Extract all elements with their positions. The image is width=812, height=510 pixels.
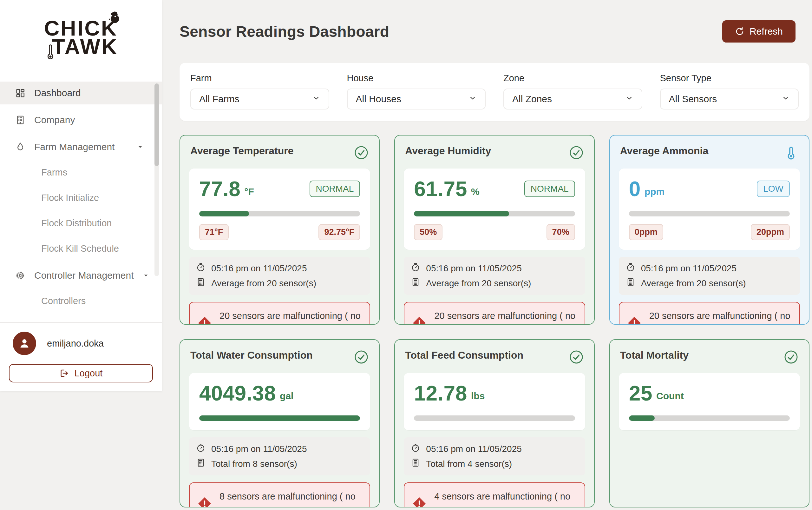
avatar [13, 332, 36, 355]
filter-select-value: All Houses [356, 94, 401, 105]
card-header: Total Mortality [619, 347, 800, 366]
clock-icon [196, 443, 206, 455]
timestamp: 05:16 pm on 11/05/2025 [426, 263, 522, 274]
range-row: 50%70% [414, 224, 575, 240]
card-header: Total Feed Consumption [404, 347, 585, 366]
select-chevron-icon [782, 94, 790, 105]
range-min-badge: 0ppm [629, 224, 663, 240]
house-select[interactable]: All Houses [347, 89, 486, 110]
reading-info-panel: 05:16 pm on 11/05/2025Average from 20 se… [404, 257, 585, 295]
sidebar-item-label: Controller Management [34, 270, 134, 281]
filter-label: Sensor Type [660, 73, 799, 83]
sidebar-item-label: Flock Kill Schedule [41, 244, 119, 254]
logout-button[interactable]: Logout [9, 364, 153, 382]
value-panel: 0ppmLOW0ppm20ppm [619, 169, 800, 250]
warning-diamond-icon [412, 316, 427, 325]
value-row: 25Count [629, 381, 790, 405]
sidebar-item-label: Dashboard [34, 88, 81, 98]
sensor-type-select[interactable]: All Sensors [660, 89, 799, 110]
card-title: Average Ammonia [620, 145, 709, 157]
sidebar-user-block: emiljano.doka Logout [0, 322, 162, 391]
malfunction-warning: 20 sensors are malfunctioning ( no signa… [404, 302, 585, 325]
card-title: Average Temperature [190, 145, 293, 157]
sidebar-item-dashboard[interactable]: Dashboard [0, 82, 162, 105]
sensor-source: Average from 20 sensor(s) [211, 278, 316, 288]
warning-diamond-icon [627, 316, 642, 325]
logout-label: Logout [74, 368, 103, 378]
timestamp: 05:16 pm on 11/05/2025 [211, 263, 307, 274]
value-row: 0ppmLOW [629, 177, 790, 201]
sidebar-item-farms[interactable]: Farms [0, 163, 162, 182]
reading-info-panel: 05:16 pm on 11/05/2025Total from 8 senso… [189, 437, 370, 475]
filter-farm: FarmAll Farms [190, 73, 329, 110]
company-icon [14, 114, 26, 126]
metric-unit: Count [656, 391, 684, 401]
progress-bar [629, 211, 790, 217]
refresh-icon [735, 27, 745, 36]
reading-info-panel: 05:16 pm on 11/05/2025Average from 20 se… [619, 257, 800, 295]
zone-select[interactable]: All Zones [503, 89, 642, 110]
metric-unit: gal [280, 391, 293, 401]
range-max-badge: 20ppm [751, 224, 790, 240]
sidebar-item-company[interactable]: Company [0, 109, 162, 132]
value-panel: 77.8°FNORMAL71°F92.75°F [189, 169, 370, 250]
filter-label: Zone [503, 73, 642, 83]
sensor-source: Total from 4 sensor(s) [426, 459, 512, 469]
thermometer-logo-icon [46, 44, 55, 61]
sidebar-item-farm-management[interactable]: Farm Management [0, 136, 162, 159]
check-circle-icon [569, 145, 584, 162]
sidebar-item-controllers[interactable]: Controllers [0, 291, 162, 311]
timestamp-row: 05:16 pm on 11/05/2025 [626, 262, 793, 274]
chevron-down-icon [137, 143, 144, 151]
card-title: Total Feed Consumption [405, 349, 523, 361]
progress-fill [199, 211, 249, 217]
filter-sensor-type: Sensor TypeAll Sensors [660, 73, 799, 110]
sidebar-item-label: Company [34, 115, 75, 125]
card-header: Total Water Consumption [189, 347, 370, 366]
progress-fill [414, 211, 509, 217]
malfunction-warning: 20 sensors are malfunctioning ( no signa… [619, 302, 800, 325]
metric-value: 0 [629, 177, 641, 201]
sidebar-item-label: Farms [41, 167, 67, 178]
farm-select[interactable]: All Farms [190, 89, 329, 110]
calculator-icon [411, 458, 420, 470]
card-average-humidity: Average Humidity61.75%NORMAL50%70%05:16 … [394, 135, 594, 325]
progress-bar [199, 416, 360, 421]
calculator-icon [196, 458, 206, 470]
value-row: 4049.38gal [199, 381, 360, 405]
sidebar-scrollbar-thumb[interactable] [154, 83, 159, 166]
sensor-source: Total from 8 sensor(s) [211, 459, 297, 469]
malfunction-warning: 20 sensors are malfunctioning ( no signa… [189, 302, 370, 325]
status-badge: LOW [757, 180, 790, 197]
range-max-badge: 70% [546, 224, 575, 240]
malfunction-warning: 4 sensors are malfunctioning ( no signal… [404, 482, 585, 507]
sidebar-item-controller-management[interactable]: Controller Management [0, 264, 162, 287]
calculator-icon [626, 277, 635, 289]
warning-diamond-icon [197, 316, 212, 325]
malfunction-warning-text: 20 sensors are malfunctioning ( no signa… [649, 309, 792, 325]
sidebar-item-label: Flock Initialize [41, 193, 99, 203]
sidebar-item-flock-distribution[interactable]: Flock Distribution [0, 213, 162, 233]
card-title: Total Water Consumption [190, 349, 313, 361]
sidebar-item-flock-initialize[interactable]: Flock Initialize [0, 188, 162, 207]
reading-info-panel: 05:16 pm on 11/05/2025Average from 20 se… [189, 257, 370, 295]
malfunction-warning-text: 20 sensors are malfunctioning ( no signa… [219, 309, 362, 325]
select-chevron-icon [312, 94, 320, 105]
page-header: Sensor Readings Dashboard Refresh [180, 20, 809, 42]
main-content: Sensor Readings Dashboard Refresh FarmAl… [162, 0, 812, 510]
sidebar-nav: DashboardCompanyFarm ManagementFarmsFloc… [0, 75, 162, 322]
malfunction-warning-text: 20 sensors are malfunctioning ( no signa… [434, 309, 577, 325]
metric-unit: °F [244, 186, 254, 197]
progress-bar [199, 211, 360, 217]
sidebar-item-flock-kill-schedule[interactable]: Flock Kill Schedule [0, 239, 162, 258]
status-badge: NORMAL [524, 180, 575, 197]
timestamp-row: 05:16 pm on 11/05/2025 [196, 443, 363, 455]
clock-icon [411, 262, 420, 274]
thermometer-icon [783, 145, 799, 162]
calculator-icon [196, 277, 206, 289]
filter-bar: FarmAll FarmsHouseAll HousesZoneAll Zone… [180, 63, 809, 121]
refresh-button[interactable]: Refresh [722, 20, 795, 42]
timestamp-row: 05:16 pm on 11/05/2025 [411, 443, 578, 455]
timestamp: 05:16 pm on 11/05/2025 [211, 444, 307, 454]
progress-bar [414, 416, 575, 421]
